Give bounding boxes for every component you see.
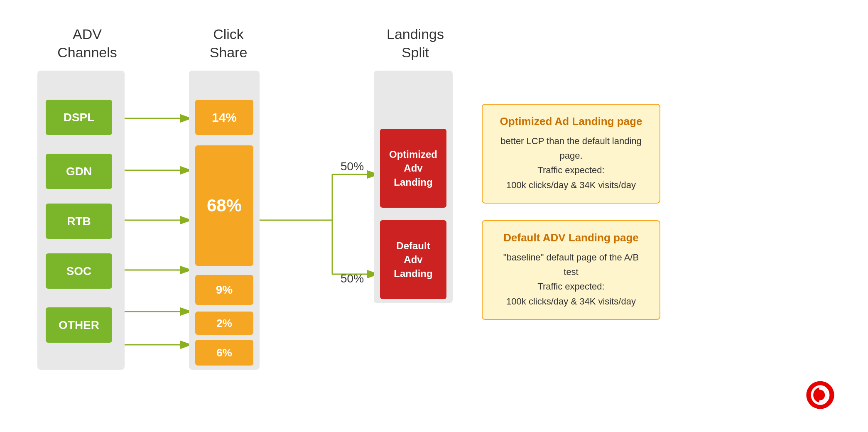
adv-box-other: OTHER xyxy=(46,307,112,343)
adv-box-rtb: RTB xyxy=(46,204,112,239)
vodafone-logo xyxy=(806,380,835,411)
click-box-14: 14% xyxy=(195,100,253,135)
adv-channels-header: ADV Channels xyxy=(46,25,129,61)
landing-box-optimized: OptimizedAdvLanding xyxy=(380,129,446,208)
adv-box-dspl: DSPL xyxy=(46,100,112,135)
svg-text:50%: 50% xyxy=(341,272,364,285)
info-card-default-title: Default ADV Landing page xyxy=(495,231,647,244)
svg-text:50%: 50% xyxy=(341,160,364,173)
click-box-9: 9% xyxy=(195,275,253,305)
click-box-6: 6% xyxy=(195,340,253,366)
adv-box-soc: SOC xyxy=(46,253,112,289)
click-share-header: Click Share xyxy=(195,25,262,61)
click-box-2: 2% xyxy=(195,312,253,335)
info-card-default: Default ADV Landing page "baseline" defa… xyxy=(482,220,660,320)
landing-box-default: DefaultAdvLanding xyxy=(380,220,446,299)
info-card-optimized: Optimized Ad Landing page better LCP tha… xyxy=(482,104,660,204)
click-box-68: 68% xyxy=(195,145,253,266)
landings-split-header: Landings Split xyxy=(378,25,453,61)
info-card-default-text: "baseline" default page of the A/B testT… xyxy=(495,250,647,309)
info-card-optimized-title: Optimized Ad Landing page xyxy=(495,115,647,128)
info-card-optimized-text: better LCP than the default landing page… xyxy=(495,134,647,192)
adv-box-gdn: GDN xyxy=(46,154,112,189)
